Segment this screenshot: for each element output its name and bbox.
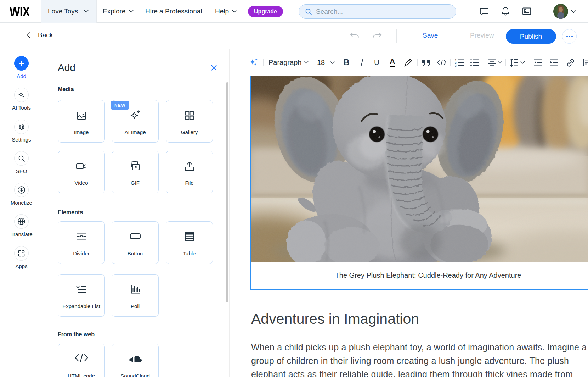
svg-text:3: 3: [455, 64, 457, 67]
